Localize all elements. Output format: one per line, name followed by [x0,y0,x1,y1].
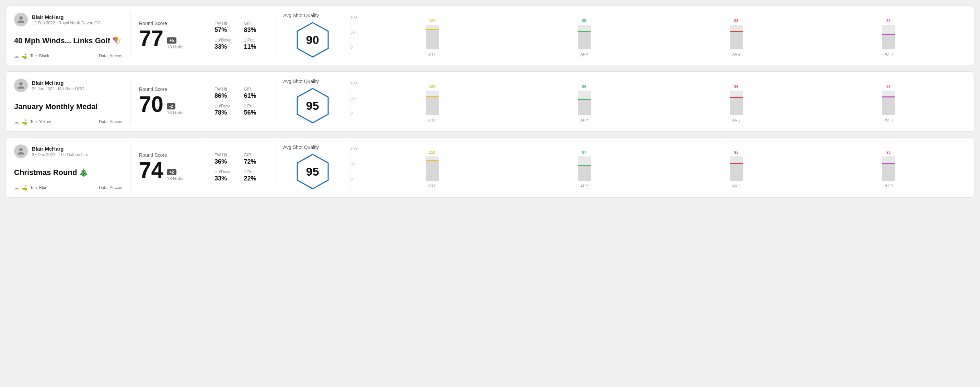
stat-up-down: Up/Down78% [215,104,237,116]
y-axis: 100500 [350,147,356,181]
bar-group-app: 95APP [512,19,656,56]
footer-left: ☁⛳Tee: Black [14,53,49,59]
user-name: Blair McHarg [32,80,84,86]
bar-value-label: 87 [582,150,586,154]
score-badge: +518 Holes [167,37,185,49]
stat-gir-value: 72% [244,158,267,165]
bars-row: 110OTT87APP95ARG93PUTT [359,147,961,188]
chart-section: 100500107OTT95APP98ARG82PUTT [350,13,966,59]
user-info: Blair McHarg27 Dec 2021 · The Oxfordshir… [14,144,122,158]
bar-value-label: 99 [886,84,891,89]
bar-axis-label: PUTT [883,52,894,56]
shot-quality-label: Avg Shot Quality [283,13,319,18]
stat-fw-hit-label: FW Hit [215,87,237,92]
y-axis: 100500 [350,81,356,115]
bar-wrapper [426,157,439,181]
stat-fw-hit-value: 57% [215,26,237,33]
score-number: 70 [139,93,163,115]
stat-one-putt: 1 Putt56% [244,104,267,116]
stat-gir: GIR83% [244,21,267,33]
bar-chart: 100500110OTT87APP95ARG93PUTT [359,147,961,188]
stat-gir-label: GIR [244,153,267,157]
bar-fill [578,31,591,49]
bar-fill [882,97,895,115]
bar-axis-label: APP [581,52,588,56]
score-section: Round Score77+518 Holes [131,13,206,59]
bar-group-app: 87APP [512,150,656,188]
bar-axis-label: OTT [428,184,436,188]
bar-line [882,163,895,164]
bar-group-putt: 93PUTT [817,150,961,188]
stat-up-down-label: Up/Down [215,38,237,43]
bar-wrapper [882,157,895,181]
user-text: Blair McHarg12 Feb 2022 · Royal North De… [32,14,100,25]
stat-gir: GIR72% [244,153,267,165]
stat-fw-hit-value: 36% [215,158,237,165]
stats-grid: FW Hit57%GIR83%Up/Down33%1 Putt11% [215,21,266,51]
round-score-label: Round Score [139,152,198,158]
tee-label: Tee: Yellow [30,119,51,124]
bar-fill [730,31,743,49]
card-footer: ☁⛳Tee: BlackData: Arccos [14,53,122,59]
bar-fill [578,165,591,181]
chart-section: 100500101OTT86APP96ARG99PUTT [350,79,966,125]
bar-wrapper [882,25,895,49]
avatar [14,13,28,26]
y-axis-label: 100 [350,81,356,85]
round-title: Christmas Round 🎄 [14,168,122,177]
bar-wrapper [578,25,591,49]
bar-wrapper [730,25,743,49]
shot-quality-label: Avg Shot Quality [283,79,319,84]
bar-wrapper [882,90,895,115]
bar-axis-label: PUTT [883,118,894,122]
avatar [14,79,28,92]
user-date: 12 Feb 2022 · Royal North Devon GC [32,21,100,25]
stat-up-down-value: 33% [215,43,237,51]
score-number: 74 [139,159,163,181]
bar-line [882,34,895,35]
stat-one-putt-value: 22% [244,175,267,182]
bar-fill [426,96,439,115]
bar-line [578,99,591,100]
data-source-label: Data: Arccos [99,54,122,58]
card-left-section: Blair McHarg12 Feb 2022 · Royal North De… [14,13,131,59]
card-footer: ☁⛳Tee: BlueData: Arccos [14,185,122,190]
bar-group-ott: 101OTT [360,84,504,122]
user-name: Blair McHarg [32,146,88,152]
user-name: Blair McHarg [32,14,100,20]
score-differential-badge: +5 [167,37,177,44]
bar-line [578,31,591,32]
bar-group-app: 86APP [512,84,656,122]
holes-count: 18 Holes [167,110,185,115]
bar-line [730,163,743,164]
bar-group-arg: 98ARG [665,19,808,56]
avatar [14,144,28,158]
user-date: 27 Dec 2021 · The Oxfordshire [32,152,88,157]
bars-row: 101OTT86APP96ARG99PUTT [359,81,961,122]
stat-fw-hit-label: FW Hit [215,153,237,157]
round-card: Blair McHarg27 Dec 2021 · The Oxfordshir… [5,137,975,198]
tee-icon: ⛳ [22,53,27,59]
score-section: Round Score70-218 Holes [131,79,206,125]
bar-wrapper [578,157,591,181]
score-badge: +218 Holes [167,169,185,181]
holes-count: 18 Holes [167,176,185,181]
bar-group-putt: 99PUTT [817,84,961,122]
round-score-label: Round Score [139,21,198,26]
bar-line [730,31,743,32]
bar-group-putt: 82PUTT [817,19,961,56]
hexagon-chart: 95 [294,153,332,190]
stat-one-putt: 1 Putt22% [244,170,267,182]
bar-axis-label: ARG [732,184,740,188]
score-number: 77 [139,27,163,49]
bar-fill [426,29,439,49]
stat-gir-label: GIR [244,21,267,26]
stat-one-putt-value: 11% [244,43,267,51]
y-axis-label: 50 [350,30,356,34]
bar-group-arg: 96ARG [665,84,808,122]
stat-one-putt-label: 1 Putt [244,170,267,174]
weather-icon: ☁ [14,53,19,59]
bar-axis-label: OTT [428,118,436,122]
y-axis-label: 0 [350,111,356,115]
y-axis-label: 50 [350,162,356,166]
